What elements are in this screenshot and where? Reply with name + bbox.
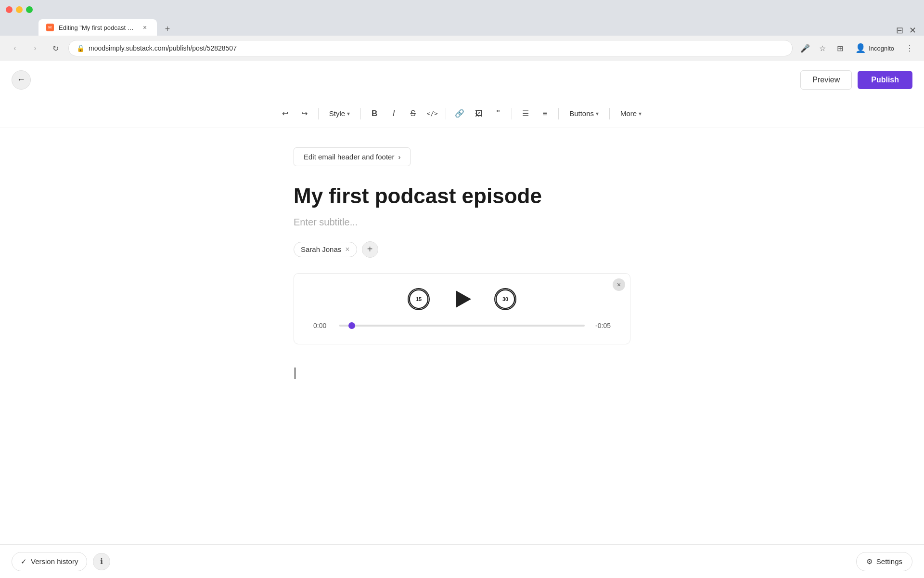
skip-back-button[interactable]: 15 [408, 288, 430, 310]
redo-button[interactable]: ↪ [296, 105, 313, 122]
toolbar-separator-5 [558, 108, 559, 119]
mic-icon[interactable]: 🎤 [798, 41, 812, 55]
tab-title: Editing "My first podcast episo... [59, 24, 136, 31]
minimize-window-btn[interactable] [16, 6, 23, 13]
remove-author-btn[interactable]: × [345, 245, 349, 254]
toolbar-separator-6 [609, 108, 610, 119]
post-subtitle[interactable]: Enter subtitle... [294, 217, 630, 228]
url-text: moodsimply.substack.com/publish/post/528… [89, 44, 237, 52]
info-icon: ℹ [100, 557, 103, 566]
content-area: Edit email header and footer › My first … [0, 128, 924, 406]
buttons-dropdown[interactable]: Buttons ▾ [564, 106, 604, 120]
post-title[interactable]: My first podcast episode [294, 184, 630, 209]
add-icon: + [367, 244, 373, 255]
incognito-btn[interactable]: 👤 Incognito [850, 41, 899, 55]
bold-button[interactable]: B [366, 105, 383, 122]
lock-icon: 🔒 [77, 44, 85, 52]
browser-chrome: ✉ Editing "My first podcast episo... × +… [0, 0, 924, 61]
bookmark-icon[interactable]: ☆ [816, 41, 829, 55]
editor-container: Edit email header and footer › My first … [294, 147, 630, 387]
image-icon: 🖼 [475, 109, 483, 118]
code-button[interactable]: </> [424, 105, 441, 122]
end-time: -0:05 [591, 322, 611, 329]
browser-titlebar [0, 0, 924, 19]
link-button[interactable]: 🔗 [451, 105, 468, 122]
version-history-button[interactable]: ✓ Version history [12, 552, 87, 571]
bottom-left: ✓ Version history ℹ [12, 552, 110, 571]
close-player-button[interactable]: × [613, 278, 625, 291]
progress-bar[interactable]: 0:00 -0:05 [313, 322, 611, 329]
forward-nav-btn[interactable]: › [28, 41, 42, 55]
gear-icon: ⚙ [866, 557, 873, 566]
settings-button[interactable]: ⚙ Settings [856, 552, 912, 571]
chevron-right-icon: › [398, 153, 400, 161]
code-icon: </> [426, 110, 437, 117]
unordered-list-button[interactable]: ☰ [517, 105, 534, 122]
style-label: Style [329, 109, 345, 118]
progress-track[interactable] [339, 325, 585, 327]
strikethrough-button[interactable]: S [404, 105, 422, 122]
url-bar[interactable]: 🔒 moodsimply.substack.com/publish/post/5… [68, 40, 793, 56]
more-label: More [620, 109, 637, 118]
author-tag[interactable]: Sarah Jonas × [294, 242, 357, 257]
back-button[interactable]: ← [12, 70, 31, 90]
quote-button[interactable]: " [489, 105, 507, 122]
image-button[interactable]: 🖼 [470, 105, 488, 122]
incognito-avatar-icon: 👤 [855, 43, 866, 53]
toolbar-separator-1 [318, 108, 319, 119]
skip-back-indicator: 15 [408, 288, 430, 310]
author-tags: Sarah Jonas × + [294, 241, 630, 258]
buttons-label: Buttons [569, 109, 594, 118]
new-tab-btn[interactable]: + [161, 22, 174, 36]
toolbar-separator-4 [512, 108, 512, 119]
toolbar-separator-2 [360, 108, 361, 119]
back-nav-btn[interactable]: ‹ [8, 41, 22, 55]
add-author-button[interactable]: + [362, 241, 378, 258]
app-header: ← Preview Publish [0, 61, 924, 99]
edit-email-header-button[interactable]: Edit email header and footer › [294, 147, 411, 166]
link-icon: 🔗 [455, 109, 464, 118]
close-icon: × [617, 281, 621, 289]
cursor-area[interactable] [294, 360, 630, 387]
more-dropdown-arrow: ▾ [639, 110, 642, 117]
info-button[interactable]: ℹ [93, 553, 110, 570]
italic-icon: I [393, 109, 395, 118]
undo-button[interactable]: ↩ [277, 105, 294, 122]
window-close-icon[interactable]: ✕ [909, 25, 916, 36]
current-time: 0:00 [313, 322, 333, 329]
undo-icon: ↩ [282, 109, 288, 118]
menu-icon[interactable]: ⋮ [903, 41, 916, 55]
svg-text:30: 30 [502, 296, 508, 302]
play-icon [456, 290, 471, 308]
play-button[interactable] [453, 290, 471, 308]
window-minimize-icon[interactable]: ⊟ [896, 25, 903, 36]
svg-text:15: 15 [416, 296, 422, 302]
active-tab[interactable]: ✉ Editing "My first podcast episo... × [38, 19, 157, 36]
reading-list-icon[interactable]: ⊞ [833, 41, 847, 55]
style-dropdown[interactable]: Style ▾ [323, 106, 356, 120]
audio-player: × 15 [294, 273, 630, 344]
maximize-window-btn[interactable] [26, 6, 33, 13]
italic-button[interactable]: I [385, 105, 402, 122]
publish-button[interactable]: Publish [858, 71, 912, 89]
app-header-left: ← [12, 70, 31, 90]
tab-close-btn[interactable]: × [141, 23, 149, 32]
close-window-btn[interactable] [6, 6, 13, 13]
author-name: Sarah Jonas [301, 245, 341, 253]
strikethrough-icon: S [410, 109, 415, 118]
player-controls: 15 30 [313, 288, 611, 310]
address-icons: 🎤 ☆ ⊞ 👤 Incognito ⋮ [798, 41, 916, 55]
ordered-list-button[interactable]: ≡ [536, 105, 553, 122]
refresh-btn[interactable]: ↻ [48, 41, 63, 55]
back-arrow-icon: ← [17, 75, 26, 85]
more-dropdown[interactable]: More ▾ [615, 106, 647, 120]
bottom-right: ⚙ Settings [856, 552, 912, 571]
ul-icon: ☰ [522, 109, 529, 118]
traffic-lights [6, 6, 33, 13]
bottom-bar: ✓ Version history ℹ ⚙ Settings [0, 544, 924, 578]
progress-thumb[interactable] [348, 322, 355, 329]
style-dropdown-arrow: ▾ [347, 110, 350, 117]
version-history-label: Version history [31, 557, 78, 565]
preview-button[interactable]: Preview [800, 70, 852, 90]
skip-forward-button[interactable]: 30 [494, 288, 516, 310]
